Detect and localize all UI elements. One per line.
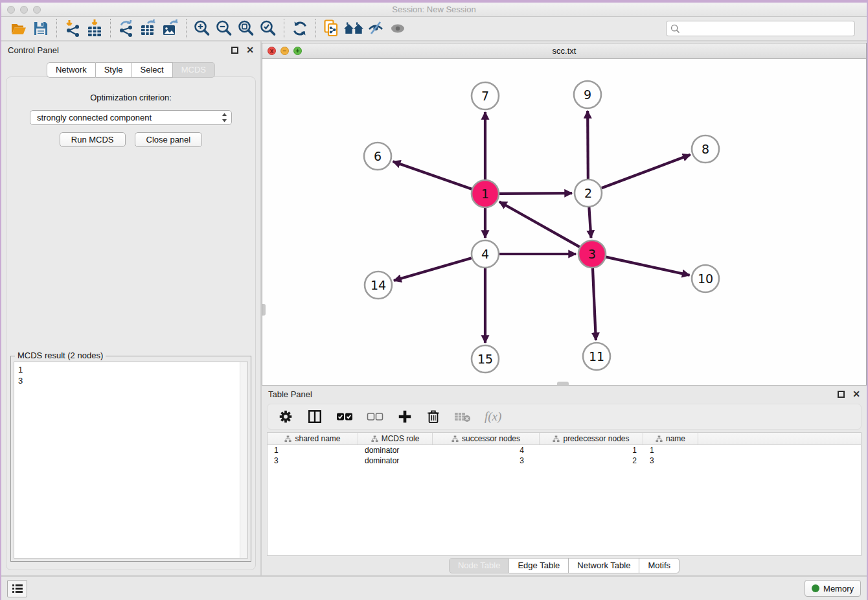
tab-motifs[interactable]: Motifs (639, 558, 680, 573)
column-label: shared name (295, 434, 340, 443)
search-field[interactable] (666, 21, 855, 36)
cell-successor-nodes[interactable]: 3 (433, 456, 540, 465)
table-panel: Table Panel ✕ (262, 386, 867, 575)
zoom-in-icon[interactable] (191, 18, 213, 39)
cell-successor-nodes[interactable]: 4 (433, 446, 540, 455)
zoom-selected-icon[interactable] (257, 18, 279, 39)
cell-name[interactable]: 3 (643, 456, 698, 465)
edge-3-10[interactable] (606, 257, 689, 275)
tab-select[interactable]: Select (132, 62, 173, 78)
column-header-successor-nodes[interactable]: successor nodes (433, 433, 540, 444)
cell-predecessor-nodes[interactable]: 1 (540, 446, 643, 455)
column-header-mcds-role[interactable]: MCDS role (358, 433, 433, 444)
graph-svg[interactable]: 7968124314101511 (262, 59, 865, 385)
table-settings-gear-icon[interactable] (278, 409, 293, 424)
zoom-out-icon[interactable] (213, 18, 235, 39)
column-visibility-icon[interactable] (307, 409, 323, 424)
edge-3-1[interactable] (499, 202, 580, 247)
criterion-select[interactable]: strongly connected component (30, 110, 232, 125)
run-mcds-button[interactable]: Run MCDS (60, 132, 126, 147)
tab-node-table[interactable]: Node Table (449, 558, 510, 573)
node-label-6: 6 (374, 149, 382, 163)
cell-shared-name[interactable]: 3 (268, 456, 358, 465)
window-titlebar: Session: New Session (1, 3, 867, 17)
export-network-icon[interactable] (115, 18, 137, 39)
node-label-7: 7 (481, 89, 489, 103)
network-view-window: x − + scc.txt 7968124314101511 (262, 43, 867, 386)
zoom-fit-icon[interactable] (235, 18, 257, 39)
memory-label: Memory (823, 584, 854, 594)
hide-selected-icon[interactable] (365, 18, 387, 39)
import-table-icon[interactable] (84, 18, 106, 39)
node-label-10: 10 (698, 271, 713, 286)
add-row-icon[interactable] (397, 409, 413, 424)
apply-layout-icon[interactable] (289, 18, 311, 39)
network-zoom-icon[interactable]: + (293, 47, 302, 55)
optimization-criterion-label: Optimization criterion: (6, 93, 255, 102)
node-table: shared nameMCDS rolesuccessor nodesprede… (267, 432, 862, 556)
control-panel: Control Panel ✕ NetworkStyleSelectMCDS O… (1, 41, 262, 575)
tab-mcds[interactable]: MCDS (173, 62, 215, 78)
edge-3-11[interactable] (593, 268, 596, 340)
table-row-1[interactable]: 1dominator411 (268, 445, 861, 456)
memory-status-dot (812, 584, 819, 592)
export-image-icon[interactable] (159, 18, 181, 39)
hierarchy-icon (656, 435, 663, 443)
network-minimize-icon[interactable]: − (280, 47, 289, 55)
show-all-icon[interactable] (387, 18, 409, 39)
control-panel-header: Control Panel ✕ (1, 41, 260, 58)
column-header-predecessor-nodes[interactable]: predecessor nodes (540, 433, 643, 444)
network-close-icon[interactable]: x (268, 47, 276, 55)
cell-mcds-role[interactable]: dominator (358, 456, 433, 465)
control-panel-close-icon[interactable]: ✕ (246, 45, 254, 54)
search-input[interactable] (683, 24, 851, 33)
memory-button[interactable]: Memory (805, 580, 861, 597)
control-panel-title: Control Panel (8, 45, 231, 55)
tab-network[interactable]: Network (47, 62, 96, 78)
tab-style[interactable]: Style (96, 62, 132, 78)
select-arrows-icon (220, 112, 229, 123)
column-header-shared-name[interactable]: shared name (268, 433, 358, 444)
cell-predecessor-nodes[interactable]: 2 (540, 456, 643, 465)
edge-1-6[interactable] (393, 161, 472, 189)
select-all-rows-icon[interactable] (336, 411, 353, 422)
network-canvas[interactable]: 7968124314101511 (262, 59, 866, 385)
task-history-button[interactable] (7, 580, 27, 597)
first-neighbors-icon[interactable] (343, 18, 365, 39)
open-file-icon[interactable] (8, 18, 30, 39)
tab-network-table[interactable]: Network Table (569, 558, 639, 573)
edge-2-8[interactable] (602, 155, 691, 188)
export-table-icon[interactable] (137, 18, 159, 39)
canvas-bottom-grip[interactable] (557, 382, 569, 385)
hierarchy-icon (451, 435, 459, 443)
mcds-result-text[interactable]: 13 (14, 362, 240, 558)
save-session-icon[interactable] (30, 18, 52, 39)
cell-name[interactable]: 1 (643, 446, 698, 455)
table-panel-close-icon[interactable]: ✕ (852, 389, 860, 398)
delete-table-icon-disabled (454, 411, 471, 422)
node-label-1: 1 (481, 187, 489, 201)
table-panel-header: Table Panel ✕ (262, 386, 867, 402)
canvas-left-grip[interactable] (262, 304, 266, 316)
close-panel-button[interactable]: Close panel (135, 132, 203, 147)
delete-rows-icon[interactable] (426, 409, 440, 424)
cell-mcds-role[interactable]: dominator (358, 446, 433, 455)
edge-1-2[interactable] (499, 193, 572, 194)
open-session-icon[interactable] (321, 18, 343, 39)
table-toolbar: f(x) (267, 404, 862, 430)
column-header-name[interactable]: name (643, 433, 698, 444)
node-label-9: 9 (584, 87, 591, 102)
edge-2-9[interactable] (588, 111, 588, 179)
status-bar: Memory (1, 575, 867, 600)
import-network-icon[interactable] (62, 18, 84, 39)
edge-2-3[interactable] (589, 207, 591, 238)
cell-shared-name[interactable]: 1 (268, 446, 358, 455)
result-scrollbar[interactable] (240, 362, 247, 558)
tab-edge-table[interactable]: Edge Table (509, 558, 569, 573)
edge-4-14[interactable] (394, 258, 472, 281)
deselect-all-rows-icon[interactable] (367, 411, 383, 422)
toolbar-separator (315, 19, 316, 38)
table-row-2[interactable]: 3dominator323 (268, 456, 861, 466)
control-panel-float-icon[interactable] (231, 47, 238, 54)
table-panel-float-icon[interactable] (838, 391, 845, 398)
